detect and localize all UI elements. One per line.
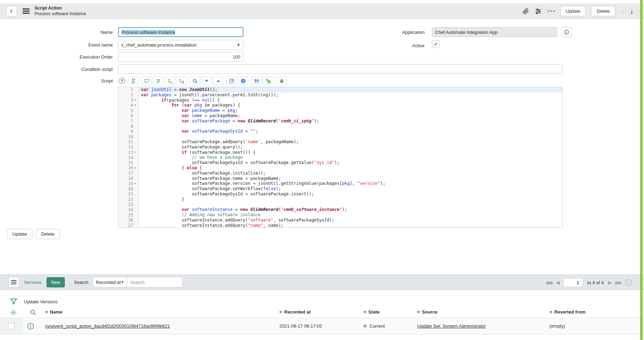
column-options-icon[interactable]: ≡	[279, 309, 282, 315]
script-code-editor[interactable]: 123▾4▾5678910111213▾141516▾171819▾202122…	[118, 87, 563, 228]
application-value: Chef Automate Integration App	[435, 30, 497, 35]
versions-table-header: ≡Name ≡Recorded at ≡State ≡Source ≡Rever…	[0, 307, 644, 318]
replace-all-icon[interactable]: ab	[176, 77, 187, 85]
column-header-state[interactable]: ≡State	[364, 309, 379, 315]
row-checkbox[interactable]	[8, 323, 14, 329]
application-info-button[interactable]	[562, 27, 571, 37]
list-search-input[interactable]	[127, 277, 183, 287]
versions-list-header: Versions New Search Recorded at ▼ ◀◀ ◀ t…	[0, 274, 644, 290]
editor-code[interactable]: var jsonUtil = new JsonUtil();var packag…	[139, 87, 562, 227]
list-search-icon[interactable]	[30, 309, 37, 316]
replace-icon[interactable]: abac	[165, 77, 175, 85]
condition-script-input[interactable]	[118, 64, 563, 74]
state-cell: Current	[364, 318, 385, 334]
source-link[interactable]: Update Set: System Administrator	[417, 323, 486, 329]
reverted-from-cell: (empty)	[550, 318, 565, 334]
last-page-icon[interactable]: ▶▶	[615, 280, 621, 285]
chevron-down-icon: ▼	[237, 43, 240, 47]
column-header-recorded-at[interactable]: ≡Recorded at	[279, 309, 311, 315]
svg-text:?: ?	[242, 79, 244, 83]
row-position-input[interactable]	[563, 278, 583, 287]
condition-script-label: Condition script	[0, 67, 113, 72]
next-page-icon[interactable]: ▶	[608, 280, 611, 285]
svg-text:ab: ab	[167, 78, 169, 80]
search-label: Search	[74, 280, 88, 285]
syntax-check-icon[interactable]	[263, 77, 273, 85]
editor-help-icon[interactable]: ?	[238, 77, 248, 85]
name-input[interactable]: Process software Instance	[118, 27, 243, 37]
find-next-icon[interactable]	[201, 77, 212, 85]
svg-text:ac: ac	[171, 81, 173, 84]
column-header-reverted-from[interactable]: ≡Reverted from	[550, 309, 586, 315]
new-version-button[interactable]: New	[47, 277, 65, 287]
form-context-menu-icon[interactable]	[23, 7, 30, 15]
toggle-comment-icon[interactable]	[141, 77, 152, 85]
open-in-window-icon[interactable]	[226, 77, 237, 85]
name-label: Name	[0, 30, 113, 35]
execution-order-value: 100	[233, 54, 240, 60]
column-options-icon[interactable]: ≡	[550, 309, 552, 315]
version-name-link[interactable]: sysevent_script_action_8acd4f2d2f303010f…	[45, 323, 170, 329]
list-context-menu-icon[interactable]	[8, 277, 19, 287]
chevron-down-icon: ▼	[121, 280, 124, 284]
check-icon: ✓	[434, 41, 438, 47]
gear-icon[interactable]	[10, 309, 17, 316]
event-name-label: Event name	[0, 42, 113, 48]
back-button[interactable]	[6, 6, 17, 17]
row-range-text: to 4 of 4	[587, 280, 604, 285]
info-icon	[564, 29, 569, 35]
first-page-icon[interactable]: ◀◀	[545, 280, 552, 285]
versions-title-link[interactable]: Versions	[24, 280, 42, 285]
column-header-name[interactable]: ≡Name	[45, 309, 62, 315]
row-info-button[interactable]	[27, 318, 35, 334]
column-options-icon[interactable]: ≡	[417, 309, 420, 315]
script-label: Script	[0, 78, 113, 84]
search-column-select[interactable]: Recorded at ▼	[93, 277, 127, 287]
editor-gutter: 123▾4▾5678910111213▾141516▾171819▾202122…	[118, 87, 139, 227]
execution-order-input[interactable]: 100	[118, 52, 243, 62]
personalize-form-icon[interactable]	[535, 8, 542, 15]
debug-icon[interactable]	[276, 77, 287, 85]
back-chevron-icon	[9, 9, 14, 14]
filter-breadcrumb[interactable]: Update Versions	[24, 299, 57, 304]
minimize-list-icon[interactable]	[626, 280, 631, 285]
footer-delete-button[interactable]: Delete	[36, 229, 60, 239]
active-label: Active	[319, 43, 425, 48]
table-row: sysevent_script_action_8acd4f2d2f303010f…	[0, 318, 644, 334]
script-help-icon[interactable]: ?	[119, 78, 125, 84]
application-label: Application	[319, 30, 425, 35]
window-edge-stripe	[640, 0, 643, 340]
previous-record-icon[interactable]: ↑	[621, 8, 624, 15]
more-options-icon[interactable]	[547, 10, 555, 12]
previous-page-icon[interactable]: ◀	[556, 280, 559, 285]
filter-funnel-icon[interactable]	[10, 297, 18, 306]
format-code-icon[interactable]	[153, 77, 163, 85]
name-value-selected: Process software Instance	[122, 30, 175, 35]
search-icon[interactable]	[190, 77, 200, 85]
column-header-source[interactable]: ≡Source	[417, 309, 438, 315]
attachment-icon[interactable]	[522, 8, 529, 14]
delete-button[interactable]: Delete	[591, 6, 615, 16]
page-title: Script Action	[35, 6, 86, 11]
record-name: Process software Instance	[35, 11, 86, 17]
record-title: Script Action Process software Instance	[35, 6, 86, 17]
active-checkbox[interactable]: ✓	[432, 40, 440, 48]
save-icon[interactable]	[251, 77, 262, 85]
next-record-icon[interactable]: ↓	[630, 8, 633, 15]
state-dot-icon	[364, 324, 367, 328]
recorded-at-cell: 2021-06-17 06:17:02	[279, 318, 322, 334]
info-icon	[27, 322, 35, 330]
application-field: Chef Automate Integration App	[432, 27, 557, 37]
script-editor-toolbar: ? abac ab ?	[119, 76, 290, 85]
form-header-bar: Script Action Process software Instance …	[0, 4, 644, 19]
svg-text:ab: ab	[179, 78, 181, 80]
execution-order-label: Execution Order	[0, 54, 113, 60]
update-button[interactable]: Update	[561, 6, 586, 16]
find-previous-icon[interactable]	[213, 77, 223, 85]
footer-update-button[interactable]: Update	[7, 229, 32, 239]
event-name-select[interactable]: x_chef_automate.process.installation ▼	[118, 40, 243, 50]
syntax-editor-toggle-icon[interactable]	[128, 77, 138, 85]
column-options-icon[interactable]: ≡	[45, 309, 48, 315]
column-options-icon[interactable]: ≡	[364, 309, 366, 315]
event-name-value: x_chef_automate.process.installation	[121, 42, 197, 48]
